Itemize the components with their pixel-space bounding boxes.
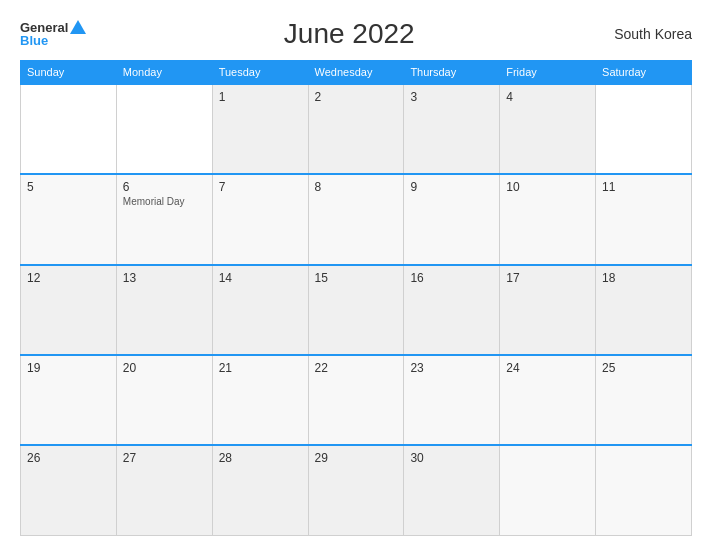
calendar-week-row: 1234 <box>21 84 692 174</box>
day-number: 3 <box>410 90 493 104</box>
calendar-cell: 23 <box>404 355 500 445</box>
logo: General Blue <box>20 21 86 47</box>
day-number: 28 <box>219 451 302 465</box>
day-number: 6 <box>123 180 206 194</box>
calendar-week-row: 12131415161718 <box>21 265 692 355</box>
day-number: 30 <box>410 451 493 465</box>
calendar-cell <box>596 84 692 174</box>
calendar-cell: 12 <box>21 265 117 355</box>
calendar-cell: 7 <box>212 174 308 264</box>
calendar-cell: 3 <box>404 84 500 174</box>
day-number: 25 <box>602 361 685 375</box>
day-number: 21 <box>219 361 302 375</box>
logo-triangle-icon <box>70 20 86 34</box>
day-number: 13 <box>123 271 206 285</box>
calendar-cell <box>116 84 212 174</box>
day-number: 22 <box>315 361 398 375</box>
header: General Blue June 2022 South Korea <box>20 18 692 50</box>
day-number: 29 <box>315 451 398 465</box>
calendar-week-row: 2627282930 <box>21 445 692 535</box>
calendar-cell: 21 <box>212 355 308 445</box>
col-tuesday: Tuesday <box>212 61 308 85</box>
calendar-event: Memorial Day <box>123 196 206 207</box>
calendar-week-row: 56Memorial Day7891011 <box>21 174 692 264</box>
day-number: 8 <box>315 180 398 194</box>
calendar-cell: 19 <box>21 355 117 445</box>
calendar-cell: 28 <box>212 445 308 535</box>
calendar-cell: 14 <box>212 265 308 355</box>
calendar-cell: 24 <box>500 355 596 445</box>
day-number: 11 <box>602 180 685 194</box>
day-number: 4 <box>506 90 589 104</box>
calendar-cell: 30 <box>404 445 500 535</box>
day-number: 9 <box>410 180 493 194</box>
calendar-cell <box>21 84 117 174</box>
calendar-cell: 22 <box>308 355 404 445</box>
calendar-cell <box>500 445 596 535</box>
day-number: 16 <box>410 271 493 285</box>
day-number: 24 <box>506 361 589 375</box>
day-number: 12 <box>27 271 110 285</box>
day-number: 18 <box>602 271 685 285</box>
calendar-cell <box>596 445 692 535</box>
calendar-cell: 11 <box>596 174 692 264</box>
country-label: South Korea <box>612 26 692 42</box>
day-number: 1 <box>219 90 302 104</box>
calendar-cell: 2 <box>308 84 404 174</box>
day-number: 15 <box>315 271 398 285</box>
day-number: 2 <box>315 90 398 104</box>
col-wednesday: Wednesday <box>308 61 404 85</box>
col-monday: Monday <box>116 61 212 85</box>
calendar-cell: 1 <box>212 84 308 174</box>
day-number: 26 <box>27 451 110 465</box>
calendar-cell: 16 <box>404 265 500 355</box>
day-number: 17 <box>506 271 589 285</box>
day-number: 5 <box>27 180 110 194</box>
day-number: 19 <box>27 361 110 375</box>
calendar-cell: 5 <box>21 174 117 264</box>
calendar-cell: 20 <box>116 355 212 445</box>
page-title: June 2022 <box>86 18 612 50</box>
calendar-cell: 8 <box>308 174 404 264</box>
calendar-cell: 6Memorial Day <box>116 174 212 264</box>
day-number: 23 <box>410 361 493 375</box>
col-thursday: Thursday <box>404 61 500 85</box>
calendar-cell: 9 <box>404 174 500 264</box>
logo-blue-text: Blue <box>20 34 48 47</box>
day-number: 14 <box>219 271 302 285</box>
calendar-header-row: Sunday Monday Tuesday Wednesday Thursday… <box>21 61 692 85</box>
calendar-cell: 25 <box>596 355 692 445</box>
calendar-cell: 10 <box>500 174 596 264</box>
calendar-cell: 27 <box>116 445 212 535</box>
day-number: 10 <box>506 180 589 194</box>
calendar-cell: 17 <box>500 265 596 355</box>
calendar-cell: 13 <box>116 265 212 355</box>
calendar-cell: 26 <box>21 445 117 535</box>
calendar-cell: 15 <box>308 265 404 355</box>
calendar-week-row: 19202122232425 <box>21 355 692 445</box>
calendar-cell: 4 <box>500 84 596 174</box>
calendar-page: General Blue June 2022 South Korea Sunda… <box>0 0 712 550</box>
col-sunday: Sunday <box>21 61 117 85</box>
day-number: 20 <box>123 361 206 375</box>
col-friday: Friday <box>500 61 596 85</box>
day-number: 7 <box>219 180 302 194</box>
calendar-cell: 29 <box>308 445 404 535</box>
calendar-table: Sunday Monday Tuesday Wednesday Thursday… <box>20 60 692 536</box>
col-saturday: Saturday <box>596 61 692 85</box>
day-number: 27 <box>123 451 206 465</box>
calendar-cell: 18 <box>596 265 692 355</box>
